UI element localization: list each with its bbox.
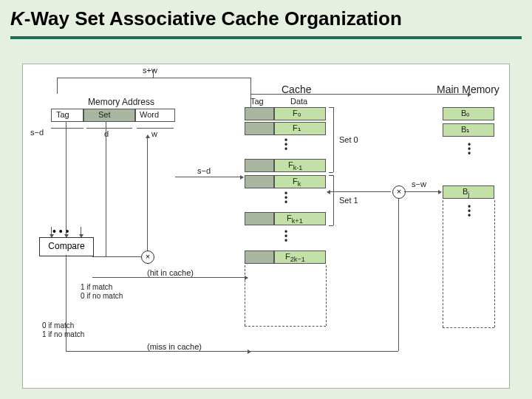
text-m0: 0 if no match <box>81 292 123 300</box>
label-set0: Set 0 <box>339 135 358 144</box>
cache-data-last: F2k−1 <box>274 250 326 264</box>
label-sd: s−d <box>30 128 44 137</box>
label-memory-address: Memory Address <box>88 97 154 107</box>
cache-data-k: Fk <box>274 175 326 188</box>
cache-data-1: F₁ <box>274 122 326 135</box>
text-hit: (hit in cache) <box>147 268 194 277</box>
label-sd2: s−d <box>197 166 211 175</box>
text-miss: (miss in cache) <box>147 342 202 351</box>
label-cache-data: Data <box>290 97 307 106</box>
mem-b0: B₀ <box>443 107 494 120</box>
label-w: w <box>151 129 157 138</box>
label-s-plus-w: s+w <box>143 66 157 75</box>
brace-top <box>57 78 250 78</box>
label-cache-tag: Tag <box>250 97 264 106</box>
label-main-memory: Main Memory <box>437 83 499 95</box>
cache-tag-k2 <box>245 212 274 225</box>
gate-hit: × <box>141 250 154 264</box>
cache-tag-1 <box>245 122 274 135</box>
diagram-canvas: s+w Memory Address Tag Set Word s−d d w … <box>22 64 510 389</box>
cache-tag-k1 <box>245 159 274 172</box>
text-set: Set <box>98 110 111 119</box>
page-title: K-Way Set Associative Cache Organization <box>10 7 522 30</box>
label-set1: Set 1 <box>339 196 358 205</box>
text-word: Word <box>140 110 159 119</box>
text-tag: Tag <box>56 110 69 119</box>
text-n0: 1 if no match <box>42 330 84 338</box>
title-rule <box>10 36 522 39</box>
label-d: d <box>104 129 109 138</box>
cache-tag-0 <box>245 107 274 120</box>
label-cache: Cache <box>282 83 311 95</box>
mem-bj: Bj <box>443 185 494 199</box>
mem-b1: B₁ <box>443 123 494 137</box>
label-sw2: s−w <box>412 180 426 188</box>
cache-data-k2: Fk+1 <box>274 212 326 225</box>
text-m1: 1 if match <box>81 283 112 291</box>
gate-mem: × <box>392 185 406 199</box>
cache-tag-k <box>245 175 274 188</box>
compare-box: Compare <box>39 237 94 256</box>
text-n1: 0 if match <box>42 321 74 330</box>
cache-tag-last <box>245 250 274 264</box>
cache-data-0: F₀ <box>274 107 326 120</box>
cache-data-k1: Fk-1 <box>274 159 326 172</box>
